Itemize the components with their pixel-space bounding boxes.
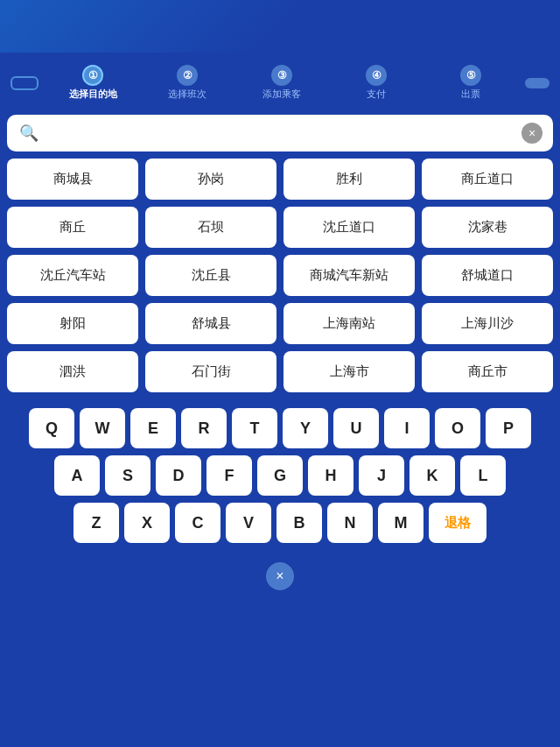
destination-button[interactable]: 商城汽车新站 xyxy=(284,255,415,296)
key-y[interactable]: Y xyxy=(283,408,328,448)
destination-button[interactable]: 上海市 xyxy=(284,351,415,392)
key-u[interactable]: U xyxy=(333,408,379,448)
key-l[interactable]: L xyxy=(460,455,506,496)
key-z[interactable]: Z xyxy=(74,503,119,543)
key-b[interactable]: B xyxy=(276,503,322,543)
key-c[interactable]: C xyxy=(175,503,220,543)
destination-button[interactable]: 上海川沙 xyxy=(422,303,553,344)
key-t[interactable]: T xyxy=(232,408,277,448)
step-5: ⑤ 出票 xyxy=(424,65,518,101)
destination-button[interactable]: 石坝 xyxy=(145,207,276,248)
keyboard-row: ZXCVBNM退格 xyxy=(7,503,553,543)
key-x[interactable]: X xyxy=(124,503,170,543)
key-h[interactable]: H xyxy=(308,455,354,496)
step-4-circle: ④ xyxy=(366,65,387,86)
destination-button[interactable]: 商丘道口 xyxy=(422,159,553,200)
key-p[interactable]: P xyxy=(486,408,531,448)
destination-button[interactable]: 沈丘县 xyxy=(145,255,276,296)
steps-bar: ① 选择目的地 ② 选择班次 ③ 添加乘客 ④ 支付 ⑤ 出票 xyxy=(0,58,560,108)
destination-button[interactable]: 舒城道口 xyxy=(422,255,553,296)
key-n[interactable]: N xyxy=(327,503,373,543)
key-q[interactable]: Q xyxy=(29,408,74,448)
destination-button[interactable]: 商丘 xyxy=(7,207,138,248)
step-1: ① 选择目的地 xyxy=(46,65,140,101)
step-1-label: 选择目的地 xyxy=(69,88,117,101)
key-k[interactable]: K xyxy=(410,455,455,496)
key-r[interactable]: R xyxy=(181,408,227,448)
top-banner xyxy=(0,0,560,53)
key-g[interactable]: G xyxy=(257,455,303,496)
key-f[interactable]: F xyxy=(206,455,252,496)
destination-button[interactable]: 商丘市 xyxy=(422,351,553,392)
step-3-label: 添加乘客 xyxy=(262,88,301,101)
destination-button[interactable]: 石门街 xyxy=(145,351,276,392)
destination-button[interactable]: 泗洪 xyxy=(7,351,138,392)
step-5-circle: ⑤ xyxy=(460,65,481,86)
key-m[interactable]: M xyxy=(378,503,424,543)
destination-button[interactable]: 上海南站 xyxy=(284,303,415,344)
keyboard-row: QWERTYUIOP xyxy=(7,408,553,448)
destination-button[interactable]: 商城县 xyxy=(7,159,138,200)
step-4: ④ 支付 xyxy=(329,65,424,101)
back-button[interactable] xyxy=(10,76,38,90)
keyboard-area: QWERTYUIOPASDFGHJKLZXCVBNM退格 xyxy=(0,399,560,559)
key-e[interactable]: E xyxy=(130,408,176,448)
destination-button[interactable]: 胜利 xyxy=(284,159,415,200)
keyboard-close-row: × xyxy=(0,562,560,590)
step-3: ③ 添加乘客 xyxy=(234,65,329,101)
keyboard-close-button[interactable]: × xyxy=(266,562,294,590)
destination-button[interactable]: 孙岗 xyxy=(145,159,276,200)
key-v[interactable]: V xyxy=(226,503,271,543)
step-3-circle: ③ xyxy=(271,65,292,86)
destination-button[interactable]: 沈家巷 xyxy=(422,207,553,248)
step-2: ② 选择班次 xyxy=(140,65,234,101)
destination-button[interactable]: 舒城县 xyxy=(145,303,276,344)
key-a[interactable]: A xyxy=(54,455,100,496)
step-4-label: 支付 xyxy=(367,88,386,101)
step-2-label: 选择班次 xyxy=(168,88,206,101)
key-i[interactable]: I xyxy=(384,408,430,448)
step-5-label: 出票 xyxy=(461,88,480,101)
keyboard-row: ASDFGHJKL xyxy=(7,455,553,496)
destination-button[interactable]: 沈丘道口 xyxy=(284,207,415,248)
destination-button[interactable]: 射阳 xyxy=(7,303,138,344)
key-o[interactable]: O xyxy=(435,408,480,448)
search-icon: 🔍 xyxy=(19,123,38,143)
destination-button[interactable]: 沈丘汽车站 xyxy=(7,255,138,296)
key-d[interactable]: D xyxy=(156,455,201,496)
home-button[interactable] xyxy=(525,78,550,88)
delete-key[interactable]: 退格 xyxy=(429,503,486,543)
step-2-circle: ② xyxy=(177,65,198,86)
search-bar: 🔍 × xyxy=(7,115,553,152)
key-w[interactable]: W xyxy=(80,408,125,448)
step-1-circle: ① xyxy=(82,65,103,86)
key-s[interactable]: S xyxy=(105,455,150,496)
destination-grid: 商城县孙岗胜利商丘道口商丘石坝沈丘道口沈家巷沈丘汽车站沈丘县商城汽车新站舒城道口… xyxy=(0,159,560,392)
key-j[interactable]: J xyxy=(359,455,404,496)
search-clear-button[interactable]: × xyxy=(522,123,542,144)
steps-container: ① 选择目的地 ② 选择班次 ③ 添加乘客 ④ 支付 ⑤ 出票 xyxy=(46,65,518,101)
